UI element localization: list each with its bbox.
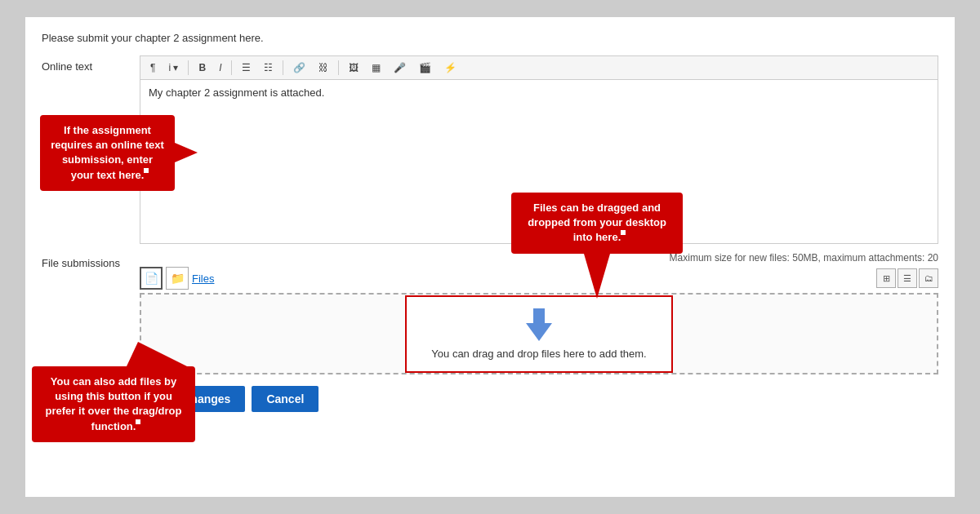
annotation-arrow-down (584, 254, 610, 299)
annotation-files-drag: Files can be dragged and dropped from yo… (511, 193, 683, 254)
editor-toolbar: ¶ i ▾ B I ☰ ☷ 🔗 ⛓ 🖼 ▦ 🎤 🎬 ⚡ (140, 56, 938, 80)
file-toolbar-right: ⊞ ☰ 🗂 (876, 268, 938, 288)
annotation-online-text: If the assignment requires an online tex… (40, 115, 175, 191)
toolbar-special[interactable]: ⚡ (439, 60, 461, 76)
files-link[interactable]: Files (192, 273, 214, 285)
page-title: Please submit your chapter 2 assignment … (42, 32, 938, 44)
file-toolbar: 📄 📁 Files ⊞ ☰ 🗂 (140, 267, 938, 290)
toolbar-paragraph[interactable]: ¶ (145, 60, 160, 76)
toolbar-separator-1 (188, 60, 189, 75)
drop-inner: You can drag and drop files here to add … (405, 295, 672, 373)
cancel-button[interactable]: Cancel (252, 386, 318, 412)
drop-arrow-icon (526, 308, 552, 341)
annotation-arrow-right (175, 143, 198, 162)
file-upload-icon: 📄 (145, 272, 158, 285)
view-details-button[interactable]: 🗂 (919, 268, 938, 288)
toolbar-italic[interactable]: I (214, 60, 226, 76)
editor-content: My chapter 2 assignment is attached. (149, 86, 324, 99)
add-folder-button[interactable]: 📁 (166, 267, 189, 290)
toolbar-audio[interactable]: 🎤 (389, 60, 411, 76)
folder-icon: 📁 (171, 272, 185, 285)
toolbar-separator-2 (231, 60, 232, 75)
toolbar-format-dropdown[interactable]: i ▾ (163, 60, 183, 76)
file-submissions-label: File submissions (42, 252, 140, 269)
toolbar-image[interactable]: 🖼 (344, 60, 363, 76)
annotation-arrow-up-right (127, 342, 187, 366)
toolbar-link[interactable]: 🔗 (288, 60, 310, 76)
dropzone[interactable]: You can drag and drop files here to add … (140, 293, 938, 374)
toolbar-unlink[interactable]: ⛓ (314, 60, 333, 76)
file-submissions-right: Maximum size for new files: 50MB, maximu… (140, 252, 938, 383)
page-container: Please submit your chapter 2 assignment … (24, 16, 956, 498)
toolbar-video[interactable]: 🎬 (414, 60, 436, 76)
add-file-button[interactable]: 📄 (140, 267, 163, 290)
annotation-add-files: You can also add files by using this but… (32, 366, 195, 442)
toolbar-bold[interactable]: B (194, 60, 211, 76)
file-toolbar-left: 📄 📁 Files (140, 267, 214, 290)
toolbar-list-unordered[interactable]: ☰ (237, 60, 256, 76)
drop-text: You can drag and drop files here to add … (431, 348, 646, 360)
toolbar-separator-3 (283, 60, 283, 75)
toolbar-separator-4 (338, 60, 339, 75)
toolbar-list-ordered[interactable]: ☷ (259, 60, 278, 76)
view-grid-button[interactable]: ⊞ (876, 268, 896, 288)
buttons-row: Save changes Cancel (140, 386, 938, 412)
toolbar-media[interactable]: ▦ (367, 60, 385, 76)
file-max-info: Maximum size for new files: 50MB, maximu… (140, 252, 938, 264)
online-text-label: Online text (42, 55, 140, 73)
view-list-button[interactable]: ☰ (898, 268, 917, 288)
